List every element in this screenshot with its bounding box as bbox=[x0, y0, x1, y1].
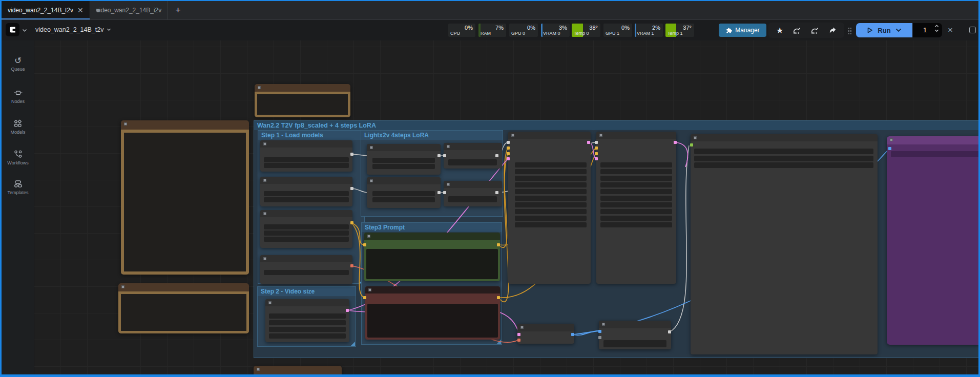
collapse-dot[interactable] bbox=[368, 288, 371, 291]
vacuum-free-cache-icon[interactable] bbox=[810, 27, 819, 34]
load-model-node[interactable] bbox=[260, 140, 352, 172]
vacuum-unload-models-icon[interactable] bbox=[793, 27, 801, 34]
note-node[interactable] bbox=[121, 120, 249, 275]
input-socket[interactable] bbox=[598, 336, 601, 339]
sidebar-item-nodes[interactable]: Nodes bbox=[2, 81, 34, 110]
output-socket[interactable] bbox=[587, 141, 590, 144]
toolbar-drag-handle[interactable] bbox=[848, 27, 852, 34]
input-socket[interactable] bbox=[507, 146, 510, 150]
output-socket[interactable] bbox=[674, 141, 677, 144]
ksampler-high-noise-node[interactable] bbox=[508, 132, 591, 284]
note-node[interactable] bbox=[255, 84, 350, 117]
collapse-dot[interactable] bbox=[124, 122, 127, 125]
collapse-dot[interactable] bbox=[263, 179, 266, 182]
collapse-dot[interactable] bbox=[694, 136, 697, 139]
sidebar-item-models[interactable]: Models bbox=[2, 112, 34, 141]
caret-up-icon[interactable] bbox=[934, 25, 939, 28]
input-socket[interactable] bbox=[507, 141, 510, 144]
collapse-dot[interactable] bbox=[257, 368, 260, 371]
output-socket[interactable] bbox=[350, 264, 353, 267]
input-socket[interactable] bbox=[363, 243, 366, 246]
preview-node[interactable] bbox=[887, 136, 978, 345]
collapse-dot[interactable] bbox=[367, 235, 370, 238]
collapse-dot[interactable] bbox=[602, 323, 605, 326]
model-node[interactable] bbox=[367, 177, 441, 208]
comfyui-logo[interactable] bbox=[6, 23, 19, 36]
negative-prompt-node[interactable] bbox=[365, 286, 500, 340]
lora-loader-node[interactable] bbox=[444, 143, 502, 169]
input-socket[interactable] bbox=[507, 157, 510, 160]
input-socket[interactable] bbox=[595, 152, 598, 155]
vae-loader-node[interactable] bbox=[260, 255, 352, 284]
input-socket[interactable] bbox=[507, 152, 510, 155]
input-socket[interactable] bbox=[595, 141, 598, 144]
input-socket[interactable] bbox=[517, 333, 520, 336]
output-socket[interactable] bbox=[495, 191, 498, 194]
output-socket[interactable] bbox=[668, 330, 671, 333]
output-socket[interactable] bbox=[346, 309, 349, 312]
collapse-dot[interactable] bbox=[447, 145, 450, 148]
collapse-dot[interactable] bbox=[511, 134, 514, 137]
video-size-node[interactable] bbox=[265, 299, 349, 342]
lora-loader-node[interactable] bbox=[444, 181, 502, 206]
output-socket[interactable] bbox=[437, 154, 441, 157]
output-socket[interactable] bbox=[437, 191, 441, 194]
model-node[interactable] bbox=[367, 144, 441, 175]
input-socket[interactable] bbox=[363, 296, 366, 299]
collapse-dot[interactable] bbox=[263, 257, 266, 260]
run-button[interactable]: Run bbox=[856, 23, 912, 37]
collapse-dot[interactable] bbox=[447, 183, 450, 186]
input-socket[interactable] bbox=[595, 157, 598, 160]
workflow-name-menu[interactable]: video_wan2_2_14B_t2v bbox=[35, 26, 111, 33]
prompt-text-area[interactable] bbox=[366, 249, 498, 279]
stop-icon[interactable] bbox=[969, 27, 976, 33]
note-node[interactable] bbox=[118, 283, 249, 333]
collapse-dot[interactable] bbox=[890, 138, 893, 141]
collapse-dot[interactable] bbox=[520, 326, 524, 329]
star-icon[interactable]: ★ bbox=[776, 26, 783, 35]
collapse-dot[interactable] bbox=[258, 86, 261, 89]
output-socket[interactable] bbox=[497, 296, 500, 299]
collapse-dot[interactable] bbox=[268, 301, 272, 304]
sidebar-item-templates[interactable]: Templates bbox=[2, 173, 34, 201]
batch-count-spinner[interactable] bbox=[934, 25, 939, 32]
output-socket[interactable] bbox=[571, 333, 574, 336]
tab-video-wan2-2-14b-i2v[interactable]: video_wan2_2_14B_i2v bbox=[90, 1, 168, 19]
input-socket[interactable] bbox=[443, 154, 446, 157]
vae-decode-node[interactable] bbox=[517, 324, 574, 344]
load-model-node[interactable] bbox=[260, 177, 352, 206]
collapse-dot[interactable] bbox=[370, 146, 373, 149]
share-icon[interactable] bbox=[828, 27, 837, 34]
prompt-text-area[interactable] bbox=[367, 304, 498, 338]
manager-button[interactable]: Manager bbox=[719, 24, 766, 37]
create-video-node[interactable] bbox=[599, 321, 671, 349]
new-tab-button[interactable]: + bbox=[168, 1, 188, 19]
close-icon[interactable]: ✕ bbox=[77, 7, 84, 14]
output-socket[interactable] bbox=[495, 154, 498, 157]
save-video-node[interactable] bbox=[691, 134, 878, 354]
positive-prompt-node[interactable] bbox=[364, 233, 500, 281]
input-socket[interactable] bbox=[443, 191, 446, 194]
sidebar-item-workflows[interactable]: Workflows bbox=[2, 143, 34, 172]
input-socket[interactable] bbox=[690, 143, 693, 146]
input-socket[interactable] bbox=[888, 147, 891, 150]
ksampler-low-noise-node[interactable] bbox=[596, 132, 676, 284]
batch-count-input[interactable]: 1 bbox=[913, 23, 942, 37]
chevron-down-icon[interactable] bbox=[22, 29, 27, 32]
output-socket[interactable] bbox=[497, 243, 500, 246]
output-socket[interactable] bbox=[350, 221, 353, 224]
clear-queue-icon[interactable]: × bbox=[948, 25, 953, 35]
output-socket[interactable] bbox=[350, 153, 353, 156]
clip-loader-node[interactable] bbox=[260, 210, 352, 248]
note-node[interactable] bbox=[254, 366, 342, 374]
collapse-dot[interactable] bbox=[263, 142, 266, 145]
sidebar-item-queue[interactable]: ↺ Queue bbox=[2, 50, 34, 78]
collapse-dot[interactable] bbox=[121, 285, 124, 288]
graph-canvas[interactable]: Wan2.2 T2V fp8_scaled + 4 steps LoRA Ste… bbox=[34, 40, 978, 374]
input-socket[interactable] bbox=[517, 339, 520, 342]
input-socket[interactable] bbox=[595, 146, 598, 150]
caret-down-icon[interactable] bbox=[934, 29, 939, 32]
collapse-dot[interactable] bbox=[263, 212, 266, 215]
output-socket[interactable] bbox=[350, 187, 353, 190]
input-socket[interactable] bbox=[598, 330, 601, 333]
